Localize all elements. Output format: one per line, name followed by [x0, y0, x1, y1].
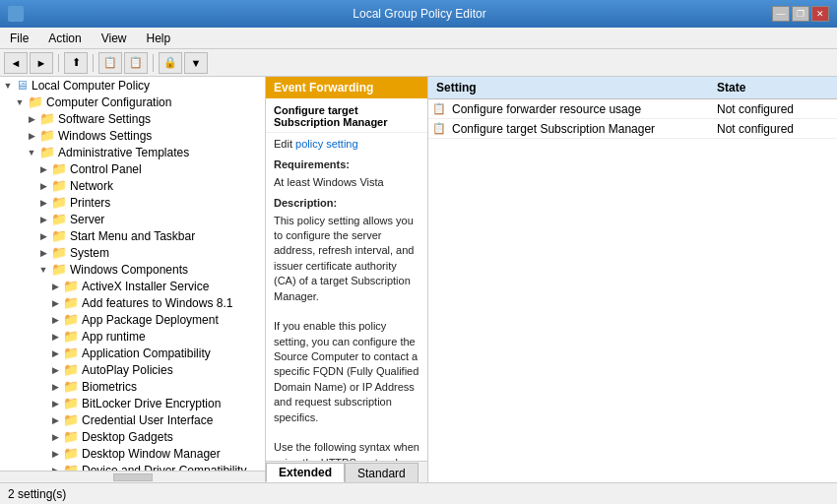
desc-policy-title: Configure target Subscription Manager: [266, 98, 427, 133]
tree-item-app-package[interactable]: ▶📁App Package Deployment: [0, 311, 265, 328]
settings-row-state-0: Not configured: [709, 100, 837, 118]
menu-view[interactable]: View: [96, 30, 133, 47]
col-setting-header: Setting: [428, 79, 709, 96]
show-hide-button[interactable]: 📋: [98, 52, 122, 74]
folder-icon-app-compat: 📁: [63, 346, 79, 360]
tree-item-bitlocker[interactable]: ▶📁BitLocker Drive Encryption: [0, 395, 265, 411]
tree-label-administrative-templates: Administrative Templates: [58, 146, 189, 159]
expand-btn-add-features[interactable]: ▶: [47, 298, 63, 308]
folder-icon-software-settings: 📁: [39, 111, 55, 126]
description-content: This policy setting allows you to config…: [274, 214, 419, 461]
folder-icon-computer-configuration: 📁: [28, 94, 43, 109]
window-title: Local Group Policy Editor: [67, 7, 772, 21]
tree-item-autoplay[interactable]: ▶📁AutoPlay Policies: [0, 361, 265, 378]
expand-btn-credential-ui[interactable]: ▶: [47, 415, 63, 425]
tree-item-device-driver[interactable]: ▶📁Device and Driver Compatibility: [0, 462, 265, 471]
settings-row-1[interactable]: 📋 Configure target Subscription Manager …: [428, 119, 837, 139]
policy-setting-link[interactable]: policy setting: [295, 138, 358, 150]
tree-item-biometrics[interactable]: ▶📁Biometrics: [0, 378, 265, 395]
expand-btn-computer-configuration[interactable]: ▼: [12, 97, 28, 107]
close-button[interactable]: ✕: [811, 6, 829, 22]
folder-icon-biometrics: 📁: [63, 379, 79, 394]
filter-button[interactable]: ▼: [184, 52, 208, 74]
tree-label-system: System: [70, 246, 109, 260]
new-window-button[interactable]: 🔒: [159, 52, 182, 74]
up-button[interactable]: ⬆: [64, 52, 88, 74]
tree-item-computer-configuration[interactable]: ▼📁Computer Configuration: [0, 94, 265, 110]
properties-button[interactable]: 📋: [124, 52, 148, 74]
folder-icon-app-package: 📁: [63, 312, 79, 327]
tree-content: ▼🖥Local Computer Policy▼📁Computer Config…: [0, 77, 265, 471]
tab-bar: Extended Standard: [266, 461, 427, 482]
tree-item-printers[interactable]: ▶📁Printers: [0, 194, 265, 211]
expand-btn-system[interactable]: ▶: [35, 248, 51, 258]
expand-btn-windows-components[interactable]: ▼: [35, 265, 51, 275]
folder-icon-windows-settings: 📁: [39, 128, 55, 143]
tree-item-app-compat[interactable]: ▶📁Application Compatibility: [0, 345, 265, 361]
settings-row-icon-0: 📋: [428, 102, 448, 115]
tree-item-control-panel[interactable]: ▶📁Control Panel: [0, 160, 265, 177]
expand-btn-start-menu-taskbar[interactable]: ▶: [35, 231, 51, 241]
tree-item-desktop-window[interactable]: ▶📁Desktop Window Manager: [0, 445, 265, 462]
tree-label-app-compat: Application Compatibility: [82, 346, 211, 360]
settings-row-0[interactable]: 📋 Configure forwarder resource usage Not…: [428, 99, 837, 119]
expand-btn-bitlocker[interactable]: ▶: [47, 399, 63, 409]
folder-icon-desktop-gadgets: 📁: [63, 429, 79, 444]
tree-item-add-features[interactable]: ▶📁Add features to Windows 8.1: [0, 294, 265, 311]
back-button[interactable]: ◄: [4, 52, 28, 74]
tree-item-activex-installer[interactable]: ▶📁ActiveX Installer Service: [0, 278, 265, 294]
menu-help[interactable]: Help: [141, 30, 177, 47]
title-bar: Local Group Policy Editor — ❐ ✕: [0, 0, 837, 28]
tree-item-app-runtime[interactable]: ▶📁App runtime: [0, 328, 265, 345]
expand-btn-server[interactable]: ▶: [35, 215, 51, 224]
expand-btn-app-compat[interactable]: ▶: [47, 348, 63, 358]
expand-btn-app-runtime[interactable]: ▶: [47, 332, 63, 342]
expand-btn-network[interactable]: ▶: [35, 181, 51, 191]
menu-action[interactable]: Action: [42, 30, 87, 47]
tree-item-system[interactable]: ▶📁System: [0, 244, 265, 261]
desc-pane: Event Forwarding Configure target Subscr…: [266, 77, 428, 482]
expand-btn-windows-settings[interactable]: ▶: [24, 131, 39, 141]
expand-btn-local-computer-policy[interactable]: ▼: [0, 81, 16, 91]
tree-item-network[interactable]: ▶📁Network: [0, 177, 265, 194]
expand-btn-activex-installer[interactable]: ▶: [47, 282, 63, 291]
tree-item-local-computer-policy[interactable]: ▼🖥Local Computer Policy: [0, 77, 265, 94]
expand-btn-desktop-gadgets[interactable]: ▶: [47, 432, 63, 442]
settings-row-name-0: Configure forwarder resource usage: [448, 100, 709, 118]
folder-icon-windows-components: 📁: [51, 262, 67, 277]
tree-label-bitlocker: BitLocker Drive Encryption: [82, 397, 221, 410]
tree-item-administrative-templates[interactable]: ▼📁Administrative Templates: [0, 144, 265, 160]
folder-icon-administrative-templates: 📁: [39, 145, 55, 159]
tree-item-software-settings[interactable]: ▶📁Software Settings: [0, 110, 265, 127]
expand-btn-biometrics[interactable]: ▶: [47, 382, 63, 392]
tab-standard[interactable]: Standard: [345, 463, 418, 482]
tree-item-server[interactable]: ▶📁Server: [0, 211, 265, 227]
tree-label-windows-components: Windows Components: [70, 263, 188, 277]
tree-item-credential-ui[interactable]: ▶📁Credential User Interface: [0, 411, 265, 428]
forward-button[interactable]: ►: [30, 52, 53, 74]
folder-icon-system: 📁: [51, 245, 67, 260]
expand-btn-control-panel[interactable]: ▶: [35, 164, 51, 174]
menu-file[interactable]: File: [4, 30, 34, 47]
desc-header: Event Forwarding: [266, 77, 427, 98]
settings-row-state-1: Not configured: [709, 120, 837, 138]
expand-btn-software-settings[interactable]: ▶: [24, 114, 39, 124]
expand-btn-app-package[interactable]: ▶: [47, 315, 63, 325]
expand-btn-autoplay[interactable]: ▶: [47, 365, 63, 375]
tree-label-printers: Printers: [70, 196, 110, 210]
tree-label-software-settings: Software Settings: [58, 112, 151, 126]
tree-item-windows-components[interactable]: ▼📁Windows Components: [0, 261, 265, 278]
expand-btn-desktop-window[interactable]: ▶: [47, 449, 63, 459]
tab-extended[interactable]: Extended: [266, 463, 345, 482]
tree-label-computer-configuration: Computer Configuration: [46, 95, 171, 109]
restore-button[interactable]: ❐: [792, 6, 809, 22]
tree-item-windows-settings[interactable]: ▶📁Windows Settings: [0, 127, 265, 144]
tree-item-desktop-gadgets[interactable]: ▶📁Desktop Gadgets: [0, 428, 265, 445]
folder-icon-autoplay: 📁: [63, 362, 79, 377]
minimize-button[interactable]: —: [772, 6, 790, 22]
monitor-icon-local-computer-policy: 🖥: [16, 78, 29, 93]
expand-btn-administrative-templates[interactable]: ▼: [24, 148, 39, 158]
menu-bar: File Action View Help: [0, 28, 837, 49]
expand-btn-printers[interactable]: ▶: [35, 198, 51, 208]
tree-item-start-menu-taskbar[interactable]: ▶📁Start Menu and Taskbar: [0, 227, 265, 244]
